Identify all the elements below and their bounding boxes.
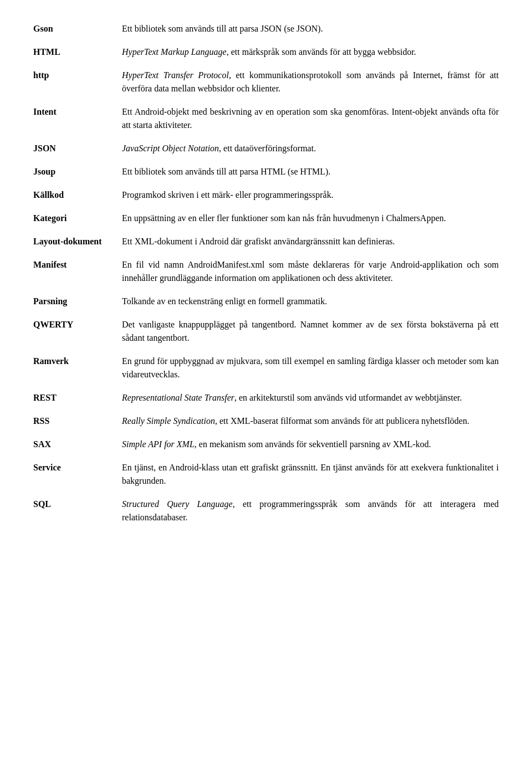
glossary-row: QWERTYDet vanligaste knappupplägget på t…	[33, 318, 499, 345]
glossary-row: IntentEtt Android-objekt med beskrivning…	[33, 105, 499, 132]
term-label: Källkod	[33, 188, 122, 202]
definition-text: En fil vid namn AndroidManifest.xml som …	[122, 258, 499, 285]
term-label: Kategori	[33, 212, 122, 225]
glossary-row: JSONJavaScript Object Notation, ett data…	[33, 142, 499, 155]
definition-text: Really Simple Syndication, ett XML-baser…	[122, 414, 499, 428]
definition-text: En uppsättning av en eller fler funktion…	[122, 212, 499, 225]
glossary-row: RSSReally Simple Syndication, ett XML-ba…	[33, 414, 499, 428]
term-label: Jsoup	[33, 165, 122, 178]
term-label: Gson	[33, 22, 122, 35]
definition-text: Det vanligaste knappupplägget på tangent…	[122, 318, 499, 345]
glossary-row: KällkodProgramkod skriven i ett märk- el…	[33, 188, 499, 202]
term-label: SAX	[33, 438, 122, 451]
glossary-row: HTMLHyperText Markup Language, ett märks…	[33, 45, 499, 59]
term-label: RSS	[33, 414, 122, 428]
glossary-row: GsonEtt bibliotek som används till att p…	[33, 22, 499, 35]
definition-text: Structured Query Language, ett programme…	[122, 498, 499, 524]
term-label: Intent	[33, 105, 122, 119]
term-label: Parsning	[33, 295, 122, 308]
definition-text: Simple API for XML, en mekanism som anvä…	[122, 438, 499, 451]
glossary-row: SAXSimple API for XML, en mekanism som a…	[33, 438, 499, 451]
term-label: http	[33, 69, 122, 82]
definition-text: HyperText Markup Language, ett märkspråk…	[122, 45, 499, 59]
glossary-row: JsoupEtt bibliotek som används till att …	[33, 165, 499, 178]
term-label: QWERTY	[33, 318, 122, 331]
definition-text: En tjänst, en Android-klass utan ett gra…	[122, 461, 499, 488]
glossary-row: ServiceEn tjänst, en Android-klass utan …	[33, 461, 499, 488]
definition-text: JavaScript Object Notation, ett dataöver…	[122, 142, 499, 155]
definition-text: En grund för uppbyggnad av mjukvara, som…	[122, 355, 499, 381]
term-label: REST	[33, 391, 122, 404]
glossary-row: Layout-dokumentEtt XML-dokument i Androi…	[33, 235, 499, 248]
glossary-row: RESTRepresentational State Transfer, en …	[33, 391, 499, 404]
definition-text: Tolkande av en teckensträng enligt en fo…	[122, 295, 499, 308]
term-label: Manifest	[33, 258, 122, 272]
glossary-row: ParsningTolkande av en teckensträng enli…	[33, 295, 499, 308]
glossary-row: SQLStructured Query Language, ett progra…	[33, 498, 499, 524]
glossary-row: ManifestEn fil vid namn AndroidManifest.…	[33, 258, 499, 285]
term-label: HTML	[33, 45, 122, 59]
definition-text: Programkod skriven i ett märk- eller pro…	[122, 188, 499, 202]
glossary-row: RamverkEn grund för uppbyggnad av mjukva…	[33, 355, 499, 381]
glossary-container: GsonEtt bibliotek som används till att p…	[33, 22, 499, 524]
term-label: SQL	[33, 498, 122, 511]
definition-text: Ett XML-dokument i Android där grafiskt …	[122, 235, 499, 248]
glossary-row: httpHyperText Transfer Protocol, ett kom…	[33, 69, 499, 95]
definition-text: Ett bibliotek som används till att parsa…	[122, 165, 499, 178]
definition-text: Representational State Transfer, en arki…	[122, 391, 499, 404]
term-label: Layout-dokument	[33, 235, 122, 248]
term-label: JSON	[33, 142, 122, 155]
glossary-row: KategoriEn uppsättning av en eller fler …	[33, 212, 499, 225]
definition-text: HyperText Transfer Protocol, ett kommuni…	[122, 69, 499, 95]
definition-text: Ett Android-objekt med beskrivning av en…	[122, 105, 499, 132]
term-label: Service	[33, 461, 122, 474]
term-label: Ramverk	[33, 355, 122, 368]
definition-text: Ett bibliotek som används till att parsa…	[122, 22, 499, 35]
